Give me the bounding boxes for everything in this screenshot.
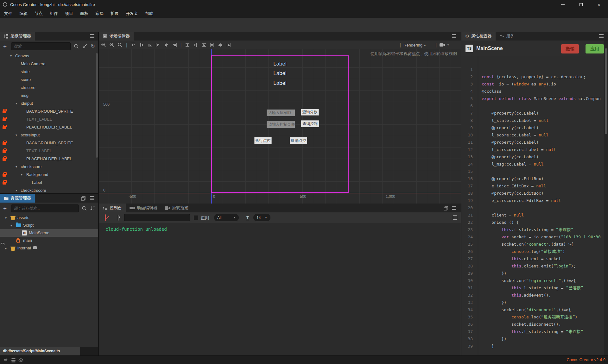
- tree-node[interactable]: ctrscore: [0, 84, 98, 91]
- scene-button-query-score[interactable]: 查询分数: [301, 109, 319, 116]
- add-asset-button[interactable]: +: [3, 205, 7, 211]
- expand-arrow-icon[interactable]: ▾: [16, 163, 17, 171]
- expand-arrow-icon[interactable]: ▾: [5, 214, 7, 222]
- panel-menu-icon[interactable]: [452, 208, 456, 208]
- zoom-out-icon[interactable]: [108, 42, 116, 48]
- sort-icon[interactable]: [90, 206, 95, 211]
- hierarchy-search-input[interactable]: [11, 42, 71, 50]
- collapse-all-icon[interactable]: [82, 44, 87, 49]
- tree-node[interactable]: ▾checkctrscore: [0, 186, 98, 194]
- panel-menu-icon[interactable]: [90, 36, 94, 36]
- distribute-vcenter-icon[interactable]: [192, 42, 200, 48]
- search-icon[interactable]: [82, 206, 87, 211]
- asset-item[interactable]: ▸internal: [0, 244, 98, 252]
- tab-animation-editor[interactable]: 动画编辑器: [126, 204, 161, 212]
- minimize-button[interactable]: [554, 0, 572, 9]
- tree-node[interactable]: ▾Background: [0, 171, 98, 179]
- align-vcenter-icon[interactable]: [137, 42, 146, 48]
- align-hcenter-icon[interactable]: [162, 42, 170, 48]
- close-button[interactable]: ×: [590, 0, 608, 9]
- log-file-icon[interactable]: [118, 215, 118, 221]
- assets-search-input[interactable]: [11, 204, 79, 212]
- eye-icon[interactable]: [18, 358, 23, 362]
- expand-arrow-icon[interactable]: ▾: [16, 99, 17, 107]
- tree-node[interactable]: TEXT_LABEL: [0, 115, 98, 123]
- expand-arrow-icon[interactable]: ▾: [21, 171, 22, 179]
- panel-menu-icon[interactable]: [90, 198, 94, 198]
- align-left-icon[interactable]: [154, 42, 162, 48]
- distribute-right-icon[interactable]: [225, 42, 233, 48]
- expand-icon[interactable]: [453, 215, 457, 220]
- align-bottom-icon[interactable]: [146, 42, 154, 48]
- tree-node[interactable]: msg: [0, 91, 98, 99]
- code-scrollbar-track[interactable]: [604, 41, 608, 355]
- distribute-left-icon[interactable]: [208, 42, 216, 48]
- menu-item[interactable]: 帮助: [142, 9, 157, 18]
- expand-arrow-icon[interactable]: ▸: [5, 245, 7, 252]
- tree-node[interactable]: ▾idinput: [0, 99, 98, 107]
- expand-arrow-icon[interactable]: ▾: [16, 186, 17, 194]
- tree-node[interactable]: BACKGROUND_SPRITE: [0, 107, 98, 115]
- tree-node[interactable]: score: [0, 76, 98, 84]
- apply-button[interactable]: 应用: [586, 44, 604, 53]
- hierarchy-scrollbar[interactable]: [96, 53, 98, 158]
- undo-button[interactable]: 撤销: [561, 44, 579, 53]
- tree-node[interactable]: PLACEHOLDER_LABEL: [0, 155, 98, 163]
- font-size-dropdown[interactable]: 14▼: [253, 214, 270, 221]
- tab-inspector[interactable]: ⚙ 属性检查器: [461, 32, 496, 41]
- tree-node[interactable]: Label: [0, 179, 98, 186]
- menu-item[interactable]: 开发者: [122, 9, 142, 18]
- tree-node[interactable]: BACKGROUND_SPRITE: [0, 139, 98, 147]
- scene-label-node[interactable]: Label: [273, 61, 287, 67]
- tree-node[interactable]: state: [0, 68, 98, 76]
- rendering-dropdown[interactable]: Rendering ▼: [403, 43, 426, 47]
- expand-arrow-icon[interactable]: ▾: [10, 52, 12, 60]
- copy-panel-icon[interactable]: [444, 206, 448, 210]
- maximize-button[interactable]: [572, 0, 590, 9]
- camera-view-dropdown[interactable]: ▼: [440, 43, 449, 47]
- zoom-in-icon[interactable]: [99, 42, 108, 48]
- clear-console-icon[interactable]: [105, 214, 106, 221]
- scene-editbox-player-id[interactable]: 请输入玩家ID: [267, 110, 295, 116]
- tab-hierarchy[interactable]: 层级管理器: [0, 32, 35, 41]
- distribute-hcenter-icon[interactable]: [216, 42, 225, 48]
- menu-item[interactable]: 节点: [31, 9, 46, 18]
- menu-item[interactable]: 文件: [1, 9, 16, 18]
- menu-item[interactable]: 面板: [77, 9, 92, 18]
- align-top-icon[interactable]: [129, 42, 137, 48]
- regex-checkbox[interactable]: [194, 216, 198, 220]
- asset-item[interactable]: ▾Script: [0, 222, 98, 229]
- menu-item[interactable]: 项目: [61, 9, 77, 18]
- panel-menu-icon[interactable]: [599, 36, 604, 36]
- log-level-dropdown[interactable]: All▼: [214, 214, 239, 221]
- add-node-button[interactable]: +: [3, 43, 7, 49]
- distribute-top-icon[interactable]: [183, 42, 192, 48]
- scene-canvas[interactable]: 使用鼠标右键平移视窗焦点，使用滚轮缩放视图 Label Label Label …: [99, 49, 461, 204]
- tree-node[interactable]: Main Camera: [0, 60, 98, 68]
- tab-console[interactable]: 控制台: [99, 204, 126, 212]
- scene-button-execute-control[interactable]: 执行点控: [254, 137, 272, 144]
- tab-services[interactable]: 服务: [496, 32, 518, 41]
- console-output-area[interactable]: cloud-function unloaded: [99, 223, 461, 355]
- scene-label-node[interactable]: Label: [273, 70, 287, 77]
- panel-menu-icon[interactable]: [452, 36, 456, 36]
- database-icon[interactable]: [11, 358, 16, 359]
- menu-item[interactable]: 组件: [46, 9, 61, 18]
- scene-editbox-control-amount[interactable]: 请输入控制金额: [267, 121, 295, 128]
- expand-arrow-icon[interactable]: ▾: [10, 222, 12, 229]
- search-icon[interactable]: [74, 44, 79, 49]
- asset-item[interactable]: main: [0, 237, 98, 244]
- asset-item[interactable]: TSMainScene: [0, 229, 98, 237]
- tree-node[interactable]: ▾checkscore: [0, 163, 98, 171]
- tree-node[interactable]: ▾Canvas: [0, 52, 98, 60]
- hierarchy-assets-splitter[interactable]: [0, 193, 98, 194]
- sync-icon[interactable]: [3, 358, 8, 362]
- tree-node[interactable]: ▾scoreinput: [0, 131, 98, 139]
- zoom-reset-icon[interactable]: [116, 42, 124, 48]
- refresh-icon[interactable]: ↻: [91, 43, 95, 49]
- asset-item[interactable]: ▾assets: [0, 214, 98, 222]
- menu-item[interactable]: 扩展: [107, 9, 122, 18]
- distribute-bottom-icon[interactable]: [200, 42, 208, 48]
- console-filter-input[interactable]: [124, 214, 190, 221]
- tab-game-preview[interactable]: 游戏预览: [161, 204, 192, 212]
